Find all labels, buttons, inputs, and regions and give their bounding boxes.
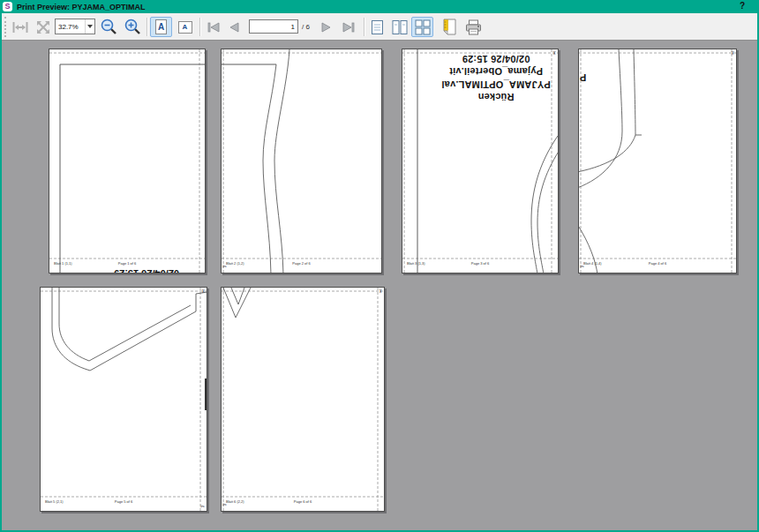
scissors-mark-icon: ✂ bbox=[729, 50, 734, 55]
app-icon: S bbox=[3, 2, 12, 11]
preview-page-1: 02/04/26 15:29 Blatt 1 (1,1) Page 1 of 6 bbox=[49, 49, 206, 273]
piece-name: Rücken bbox=[418, 91, 559, 103]
page-label: Page 4 of 6 bbox=[649, 261, 666, 266]
orientation-portrait-button[interactable]: A bbox=[150, 17, 172, 37]
view-single-page-button[interactable] bbox=[367, 17, 387, 37]
printer-icon bbox=[465, 19, 482, 35]
date-time: 02/04/26 15:29 bbox=[418, 53, 559, 65]
scissors-mark-icon: ✂ bbox=[199, 288, 205, 293]
next-page-icon bbox=[319, 21, 333, 34]
page-setup-icon bbox=[442, 19, 457, 35]
app-icon-letter: S bbox=[4, 3, 10, 11]
separator bbox=[364, 18, 364, 36]
zoom-out-icon bbox=[101, 19, 117, 35]
last-page-icon bbox=[342, 21, 356, 34]
toolbar-grip[interactable] bbox=[4, 17, 7, 37]
view-all-pages-button[interactable] bbox=[411, 17, 433, 37]
preview-page-2: ✂ Blatt 2 (1,2) Page 2 of 6 bbox=[221, 49, 382, 273]
page-label: Page 6 of 6 bbox=[294, 499, 312, 504]
preview-page-3: Rücken PYJAMA_OPTIMAL.val Pyjama_Obertei… bbox=[402, 49, 559, 273]
facing-pages-icon bbox=[392, 19, 408, 35]
zoom-percent-select[interactable]: 32.7% bbox=[55, 19, 95, 34]
overflow-letter-text: P bbox=[580, 72, 586, 83]
pattern-file-name: PYJAMA_OPTIMAL.val bbox=[418, 79, 559, 91]
page-number-input[interactable] bbox=[249, 19, 298, 34]
all-pages-grid-icon bbox=[415, 19, 431, 35]
single-page-icon bbox=[371, 19, 384, 35]
pattern-lines-page-1 bbox=[49, 49, 206, 273]
sheet-label: Blatt 2 (1,2) bbox=[226, 261, 244, 266]
pattern-lines-page-5 bbox=[41, 288, 207, 512]
preview-page-5: ✂ ✂ Blatt 5 (2,1) Page 5 of 6 bbox=[40, 287, 207, 512]
separator bbox=[147, 18, 147, 36]
preview-page-6: ✂ ✂ Blatt 6 (2,2) Page 6 of 6 bbox=[221, 287, 385, 512]
page-label: Page 5 of 6 bbox=[115, 499, 132, 504]
pattern-lines-page-2 bbox=[222, 49, 382, 273]
fit-width-icon bbox=[12, 21, 28, 34]
first-page-icon bbox=[207, 21, 221, 34]
portrait-page-icon: A bbox=[155, 19, 167, 34]
measurements-file-name: Pyjama_Oberteil.vit bbox=[418, 65, 559, 78]
scissors-mark-icon: ✂ bbox=[200, 504, 205, 509]
fit-page-icon bbox=[36, 20, 50, 34]
sheet-label: Blatt 3 (1,3) bbox=[407, 261, 425, 266]
page-label: Page 1 of 6 bbox=[118, 261, 136, 266]
clipped-date-text: 02/04/26 15:29 bbox=[85, 268, 206, 273]
sheet-label: Blatt 1 (1,1) bbox=[54, 261, 72, 266]
preview-page-4: P ✂ ✂ Blatt 4 (1,4) Page 4 of 6 bbox=[578, 49, 737, 273]
sheet-label: Blatt 6 (2,2) bbox=[226, 499, 244, 504]
fit-width-button[interactable] bbox=[10, 17, 31, 37]
view-facing-pages-button[interactable] bbox=[389, 17, 410, 37]
first-page-button[interactable] bbox=[203, 17, 223, 37]
scissors-mark-icon: ✂ bbox=[551, 50, 556, 55]
pattern-lines-page-4 bbox=[579, 49, 737, 273]
page-label: Page 3 of 6 bbox=[471, 261, 489, 266]
sheet-label: Blatt 5 (2,1) bbox=[45, 499, 64, 504]
zoom-out-button[interactable] bbox=[98, 17, 120, 37]
page-setup-button[interactable] bbox=[439, 17, 460, 37]
fit-page-button[interactable] bbox=[33, 17, 54, 37]
last-page-button[interactable] bbox=[338, 17, 359, 37]
toolbar: 32.7% A A bbox=[2, 13, 757, 41]
previous-page-icon bbox=[228, 21, 241, 34]
pattern-info-text: Rücken PYJAMA_OPTIMAL.val Pyjama_Obertei… bbox=[418, 53, 559, 103]
help-button[interactable]: ? bbox=[740, 1, 745, 11]
scissors-mark-icon: ✂ bbox=[377, 288, 382, 293]
zoom-in-icon bbox=[124, 19, 141, 35]
title-bar: S Print Preview: PYJAMA_OPTIMAL ? bbox=[0, 0, 759, 13]
landscape-page-icon: A bbox=[178, 21, 192, 34]
chevron-down-icon bbox=[85, 19, 94, 34]
separator bbox=[199, 18, 200, 36]
preview-area[interactable]: 02/04/26 15:29 Blatt 1 (1,1) Page 1 of 6… bbox=[2, 41, 757, 530]
zoom-percent-value: 32.7% bbox=[56, 23, 85, 31]
portrait-letter: A bbox=[158, 22, 164, 32]
sheet-label: Blatt 4 (1,4) bbox=[583, 261, 602, 266]
orientation-landscape-button[interactable]: A bbox=[174, 17, 196, 37]
window-title: Print Preview: PYJAMA_OPTIMAL bbox=[17, 3, 146, 11]
pattern-lines-page-6 bbox=[222, 288, 385, 512]
page-total-label: / 6 bbox=[302, 23, 310, 31]
page-label: Page 2 of 6 bbox=[292, 261, 310, 266]
zoom-in-button[interactable] bbox=[122, 17, 144, 37]
print-button[interactable] bbox=[462, 17, 485, 37]
next-page-button[interactable] bbox=[316, 17, 336, 37]
landscape-letter: A bbox=[183, 23, 188, 31]
print-preview-window: S Print Preview: PYJAMA_OPTIMAL ? bbox=[0, 0, 759, 532]
previous-page-button[interactable] bbox=[224, 17, 244, 37]
